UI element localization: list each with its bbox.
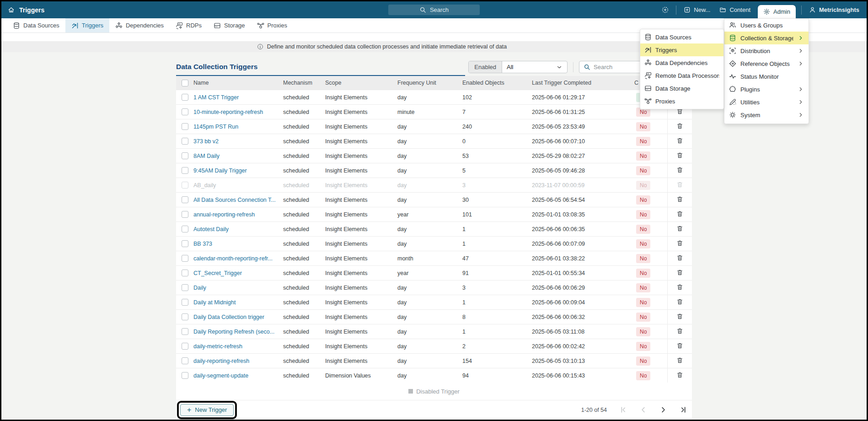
submenu-item-data-dependencies[interactable]: Data Dependencies: [640, 56, 723, 69]
row-checkbox[interactable]: [182, 94, 188, 101]
delete-cell: [667, 354, 692, 368]
delete-trigger-button[interactable]: [676, 254, 683, 263]
row-checkbox[interactable]: [182, 152, 188, 159]
header-last-trigger-completed[interactable]: Last Trigger Completed: [532, 80, 636, 86]
row-checkbox[interactable]: [182, 270, 188, 276]
delete-trigger-button[interactable]: [676, 342, 683, 351]
trigger-name-link[interactable]: AB_daily: [193, 182, 216, 189]
trigger-name-link[interactable]: Autotest Daily: [193, 226, 229, 232]
row-checkbox[interactable]: [182, 313, 188, 320]
last-page-button[interactable]: [680, 406, 687, 414]
delete-trigger-button[interactable]: [676, 210, 683, 219]
row-checkbox[interactable]: [182, 343, 188, 350]
user-button[interactable]: MetricInsights: [807, 1, 861, 18]
submenu-item-remote-data-processors[interactable]: Remote Data Processors: [640, 69, 723, 82]
row-checkbox[interactable]: [182, 299, 188, 306]
enabled-filter-select[interactable]: All: [502, 61, 567, 73]
trigger-name-link[interactable]: Daily: [193, 285, 206, 291]
tab-rdps[interactable]: RDPs: [170, 18, 208, 32]
delete-trigger-button[interactable]: [676, 181, 683, 189]
row-checkbox[interactable]: [182, 211, 188, 218]
global-search-button[interactable]: Search: [388, 5, 480, 15]
submenu-item-triggers[interactable]: Triggers: [640, 43, 723, 56]
new-button[interactable]: New...: [682, 1, 712, 18]
row-checkbox[interactable]: [182, 328, 188, 335]
new-trigger-button[interactable]: + New Trigger: [180, 404, 234, 416]
next-page-button[interactable]: [659, 406, 667, 414]
admin-button[interactable]: Admin: [758, 5, 796, 18]
tab-proxies[interactable]: Proxies: [251, 18, 293, 32]
tab-dependencies[interactable]: Dependencies: [109, 18, 170, 32]
row-checkbox[interactable]: [182, 372, 188, 379]
tab-triggers[interactable]: Triggers: [65, 18, 109, 32]
delete-trigger-button[interactable]: [676, 123, 683, 131]
trigger-name-link[interactable]: All Data Sources Connection T...: [193, 197, 276, 203]
admin-menu-item-collection-storage[interactable]: Collection & Storage: [724, 32, 809, 44]
admin-menu-item-distribution[interactable]: Distribution: [724, 44, 809, 57]
delete-trigger-button[interactable]: [676, 328, 683, 336]
delete-trigger-button[interactable]: [676, 357, 683, 365]
admin-menu-item-status-monitor[interactable]: Status Monitor: [724, 70, 809, 83]
home-icon[interactable]: [8, 6, 15, 13]
header-scope[interactable]: Scope: [325, 80, 397, 86]
trigger-name-link[interactable]: 8AM Daily: [193, 153, 220, 159]
row-checkbox[interactable]: [182, 357, 188, 364]
header-enabled-objects[interactable]: Enabled Objects: [462, 80, 532, 86]
submenu-item-proxies[interactable]: Proxies: [640, 95, 723, 108]
row-checkbox[interactable]: [182, 255, 188, 262]
trigger-name-link[interactable]: annual-reporting-refresh: [193, 211, 255, 218]
trigger-name-link[interactable]: daily-segment-update: [193, 372, 248, 379]
delete-trigger-button[interactable]: [676, 269, 683, 277]
delete-trigger-button[interactable]: [676, 372, 683, 380]
trigger-name-link[interactable]: Daily Data Collection trigger: [193, 314, 264, 320]
delete-trigger-button[interactable]: [676, 137, 683, 146]
trigger-name-link[interactable]: Daily Reporting Refresh (seco...: [193, 329, 274, 335]
header-name[interactable]: Name: [193, 80, 283, 86]
delete-trigger-button[interactable]: [676, 240, 683, 248]
admin-menu-item-system[interactable]: System: [724, 108, 809, 121]
select-all-checkbox[interactable]: [182, 80, 188, 86]
admin-menu-item-reference-objects[interactable]: Reference Objects: [724, 57, 809, 70]
delete-trigger-button[interactable]: [676, 298, 683, 307]
first-page-button[interactable]: [619, 406, 627, 414]
row-checkbox[interactable]: [182, 182, 188, 189]
trigger-name-link[interactable]: BB 373: [193, 241, 212, 247]
row-checkbox[interactable]: [182, 138, 188, 145]
trigger-name-link[interactable]: 373 bb v2: [193, 138, 219, 145]
row-checkbox[interactable]: [182, 226, 188, 232]
row-checkbox[interactable]: [182, 123, 188, 130]
trigger-name-link[interactable]: Daily at Midnight: [193, 299, 236, 306]
trigger-name-link[interactable]: CT_Secret_Trigger: [193, 270, 242, 276]
row-checkbox[interactable]: [182, 284, 188, 291]
submenu-item-data-storage[interactable]: Data Storage: [640, 82, 723, 95]
admin-menu-item-utilities[interactable]: Utilities: [724, 96, 809, 108]
trigger-name-link[interactable]: 9:45AM Daily Trigger: [193, 167, 247, 174]
row-checkbox[interactable]: [182, 108, 188, 115]
trigger-name-link[interactable]: daily-reporting-refresh: [193, 358, 249, 364]
admin-menu-item-users-groups[interactable]: Users & Groups: [724, 19, 809, 32]
header-mechanism[interactable]: Mechanism: [283, 80, 325, 86]
delete-trigger-button[interactable]: [676, 167, 683, 175]
trigger-name-link[interactable]: 10-minute-reporting-refresh: [193, 109, 263, 115]
trigger-name-link[interactable]: calendar-month-reporting-refr...: [193, 255, 273, 262]
explore-button[interactable]: [660, 1, 670, 18]
delete-trigger-button[interactable]: [676, 225, 683, 233]
prev-page-button[interactable]: [639, 406, 647, 414]
row-checkbox[interactable]: [182, 196, 188, 203]
submenu-item-data-sources[interactable]: Data Sources: [640, 31, 723, 43]
tab-data-sources[interactable]: Data Sources: [7, 18, 65, 32]
header-frequency-unit[interactable]: Frequency Unit: [397, 80, 462, 86]
trigger-name-link[interactable]: daily-metric-refresh: [193, 343, 242, 350]
row-checkbox[interactable]: [182, 240, 188, 247]
admin-menu-item-plugins[interactable]: Plugins: [724, 83, 809, 96]
trigger-name-link[interactable]: 1145pm PST Run: [193, 124, 238, 130]
content-button[interactable]: Content: [718, 1, 752, 18]
delete-trigger-button[interactable]: [676, 313, 683, 321]
delete-trigger-button[interactable]: [676, 284, 683, 292]
tab-storage[interactable]: Storage: [208, 18, 251, 32]
row-checkbox[interactable]: [182, 167, 188, 174]
delete-trigger-button[interactable]: [676, 152, 683, 160]
scope-cell: Insight Elements: [325, 270, 397, 276]
trigger-name-link[interactable]: 1 AM CST Trigger: [193, 94, 239, 101]
delete-trigger-button[interactable]: [676, 196, 683, 204]
